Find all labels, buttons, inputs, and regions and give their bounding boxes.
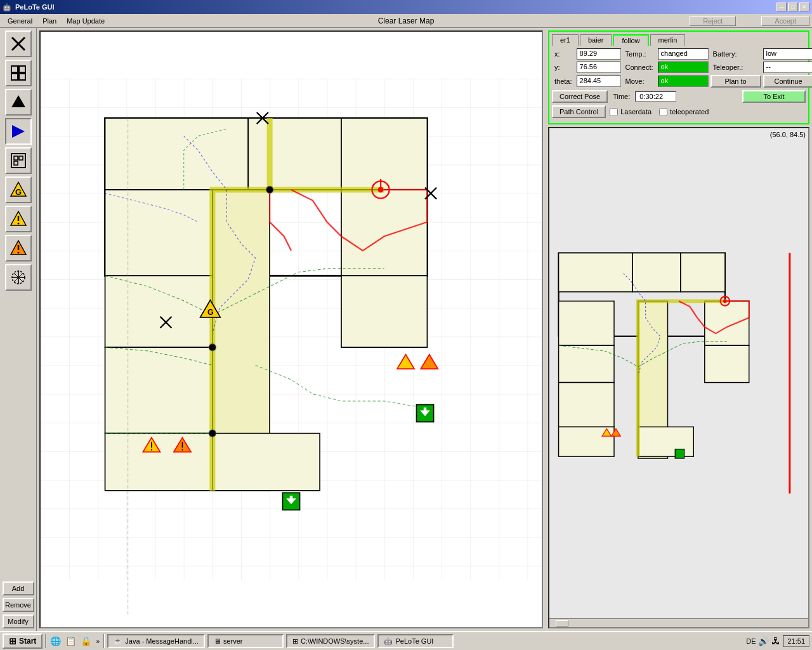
- toolbar-antenna-btn[interactable]: [5, 264, 32, 291]
- clear-laser-map-label: Clear Laser Map: [378, 17, 435, 25]
- temp-value: changed: [658, 48, 709, 60]
- pelote-label: PeLoTe GUI: [395, 637, 433, 645]
- toolbar-warning1-btn[interactable]: [5, 206, 32, 232]
- svg-rect-28: [105, 118, 249, 190]
- plan-to-button[interactable]: Plan to: [710, 75, 761, 88]
- teleoperated-checkbox[interactable]: [659, 108, 667, 116]
- server-label: server: [223, 637, 243, 645]
- taskbar-app-server[interactable]: 🖥 server: [207, 634, 284, 648]
- toolbar-warning-g-btn[interactable]: G: [5, 176, 32, 203]
- toolbar-up-btn[interactable]: [5, 89, 32, 116]
- menu-map-update[interactable]: Map Update: [62, 16, 110, 26]
- menubar: General Plan Map Update Clear Laser Map …: [0, 14, 812, 28]
- clock: 21:51: [783, 635, 809, 647]
- to-exit-button[interactable]: To Exit: [742, 90, 806, 103]
- svg-rect-79: [705, 345, 749, 382]
- network-icon[interactable]: 🖧: [771, 636, 780, 646]
- connect-value: ok: [658, 62, 709, 73]
- theta-label: theta:: [552, 77, 575, 86]
- continue-button[interactable]: Continue: [763, 75, 812, 88]
- svg-rect-33: [105, 275, 213, 347]
- titlebar: 🤖 PeLoTe GUI ─ □ ✕: [0, 0, 812, 14]
- svg-rect-80: [638, 427, 693, 457]
- svg-rect-37: [341, 275, 427, 347]
- svg-rect-9: [14, 156, 18, 160]
- tab-baier[interactable]: baier: [580, 34, 612, 46]
- taskbar-app-windows[interactable]: ⊞ C:\WINDOWS\syste...: [286, 634, 376, 648]
- tab-merlin[interactable]: merlin: [650, 34, 686, 46]
- battery-value: low: [763, 48, 812, 60]
- start-button[interactable]: ⊞ Start: [3, 633, 43, 649]
- path-control-button[interactable]: Path Control: [552, 105, 606, 118]
- window-controls: ─ □ ✕: [776, 3, 809, 11]
- toolbar-right-btn[interactable]: [5, 118, 32, 145]
- taskbar-icon-3[interactable]: 🔒: [79, 635, 92, 647]
- maximize-button[interactable]: □: [788, 3, 798, 11]
- svg-point-64: [209, 430, 216, 437]
- theta-value: 284.45: [577, 76, 621, 87]
- tab-follow[interactable]: follow: [613, 34, 648, 46]
- taskbar-app-pelote[interactable]: 🤖 PeLoTe GUI: [377, 634, 454, 648]
- svg-point-19: [17, 252, 19, 254]
- toolbar-grid-btn[interactable]: [5, 60, 32, 86]
- scroll-thumb[interactable]: [556, 620, 568, 627]
- svg-rect-35: [105, 434, 213, 491]
- move-value: ok: [658, 76, 709, 87]
- main-map[interactable]: G: [39, 30, 543, 628]
- connect-label: Connect:: [623, 63, 656, 72]
- x-value: 89.29: [577, 48, 621, 60]
- minimize-button[interactable]: ─: [776, 3, 787, 11]
- menu-general[interactable]: General: [3, 16, 37, 26]
- toolbar-warning2-btn[interactable]: [5, 235, 32, 262]
- robot-control-panel: er1 baier follow merlin x: 89.29 Temp.: …: [548, 30, 809, 124]
- mini-map[interactable]: (56.0, 84.5): [548, 127, 809, 628]
- taskbar-divider-2: [103, 634, 105, 648]
- taskbar-right: DE 🔊 🖧 21:51: [746, 635, 809, 647]
- taskbar: ⊞ Start 🌐 📋 🔒 » ☕ Java - MessageHandl...…: [0, 631, 812, 650]
- mini-map-scrollbar[interactable]: [549, 618, 808, 627]
- laserdata-checkbox[interactable]: [610, 108, 618, 116]
- svg-rect-72: [681, 253, 725, 292]
- laserdata-check[interactable]: Laserdata: [610, 108, 652, 116]
- taskbar-icon-4[interactable]: »: [95, 635, 101, 647]
- correct-pose-button[interactable]: Correct Pose: [552, 90, 608, 103]
- remove-button[interactable]: Remove: [3, 598, 34, 612]
- svg-rect-61: [424, 408, 427, 413]
- locale-label: DE: [746, 637, 756, 645]
- modify-button[interactable]: Modify: [3, 614, 34, 628]
- svg-rect-4: [11, 74, 18, 80]
- title-text: PeLoTe GUI: [15, 3, 55, 11]
- teleoperated-check[interactable]: teleoperated: [659, 108, 709, 116]
- menu-plan[interactable]: Plan: [37, 16, 62, 26]
- temp-label: Temp.:: [623, 50, 656, 58]
- svg-rect-32: [105, 190, 213, 275]
- y-value: 76.56: [577, 62, 621, 73]
- svg-rect-34: [105, 347, 213, 433]
- close-button[interactable]: ✕: [799, 3, 809, 11]
- taskbar-divider-1: [45, 634, 46, 648]
- sound-icon[interactable]: 🔊: [758, 636, 769, 646]
- svg-rect-71: [632, 253, 681, 292]
- toolbar-map-btn[interactable]: [5, 147, 32, 174]
- taskbar-icon-2[interactable]: 📋: [64, 635, 77, 647]
- add-button[interactable]: Add: [3, 581, 34, 595]
- windows-icon: ⊞: [9, 636, 16, 646]
- reject-button[interactable]: Reject: [690, 16, 736, 26]
- taskbar-app-java[interactable]: ☕ Java - MessageHandl...: [107, 634, 205, 648]
- move-label: Move:: [623, 77, 656, 86]
- svg-rect-38: [213, 434, 320, 491]
- y-label: y:: [552, 63, 575, 72]
- svg-point-62: [209, 344, 216, 351]
- toolbar-cross-btn[interactable]: [5, 30, 32, 57]
- accept-button[interactable]: Accept: [761, 16, 809, 26]
- laserdata-label: Laserdata: [620, 108, 652, 116]
- taskbar-icon-1[interactable]: 🌐: [49, 635, 62, 647]
- correct-pose-row: Correct Pose Time: 0:30:22 To Exit: [552, 90, 806, 103]
- teleoperated-label: teleoperated: [670, 108, 709, 116]
- svg-point-53: [181, 449, 183, 450]
- svg-text:G: G: [207, 308, 214, 317]
- teleoper-label: Teleoper.:: [710, 63, 761, 72]
- tab-er1[interactable]: er1: [552, 34, 579, 46]
- checkboxes: Laserdata teleoperated: [608, 107, 710, 117]
- time-value: 0:30:22: [635, 91, 676, 102]
